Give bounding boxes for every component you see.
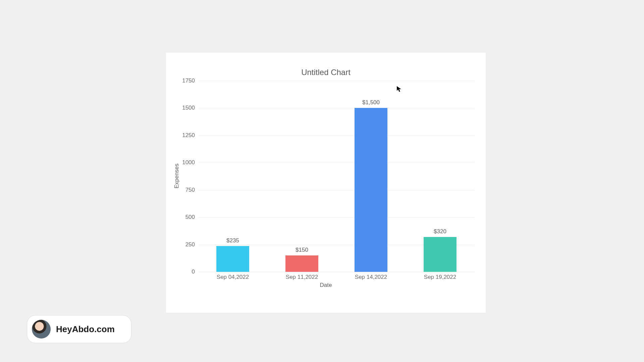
plot-area: 02505007501000125015001750$235$150$1,500… (198, 81, 475, 272)
gridline (198, 190, 475, 190)
bar-value-label: $235 (226, 237, 239, 244)
x-axis-label: Date (166, 282, 486, 289)
chart-card: Untitled Chart Expenses 0250500750100012… (166, 53, 486, 313)
chart-title: Untitled Chart (166, 68, 486, 77)
bar[interactable]: $150 (285, 255, 318, 272)
gridline (198, 163, 475, 163)
x-tick-label: Sep 14,2022 (355, 274, 387, 281)
gridline (198, 217, 475, 218)
y-axis-label: Expenses (173, 164, 180, 189)
x-tick-label: Sep 04,2022 (217, 274, 249, 281)
bar-value-label: $150 (296, 247, 308, 253)
gridline (198, 108, 475, 108)
gridline (198, 81, 475, 81)
bar-value-label: $1,500 (362, 99, 380, 106)
x-tick-label: Sep 11,2022 (286, 274, 318, 281)
avatar (32, 320, 51, 339)
y-tick-label: 750 (185, 187, 195, 193)
y-tick-label: 1000 (182, 159, 195, 166)
brand-label: HeyAbdo.com (56, 324, 115, 335)
gridline (198, 272, 475, 272)
bar[interactable]: $235 (216, 246, 249, 272)
y-tick-label: 1250 (182, 132, 195, 139)
bar-value-label: $320 (434, 228, 446, 235)
y-tick-label: 250 (185, 241, 195, 248)
y-tick-label: 500 (185, 214, 195, 221)
y-tick-label: 0 (192, 268, 195, 275)
gridline (198, 135, 475, 136)
bar[interactable]: $320 (424, 237, 457, 272)
bar[interactable]: $1,500 (355, 108, 387, 272)
y-tick-label: 1500 (182, 105, 195, 111)
brand-pill[interactable]: HeyAbdo.com (27, 315, 131, 343)
x-tick-label: Sep 19,2022 (424, 274, 456, 281)
y-tick-label: 1750 (182, 77, 195, 84)
